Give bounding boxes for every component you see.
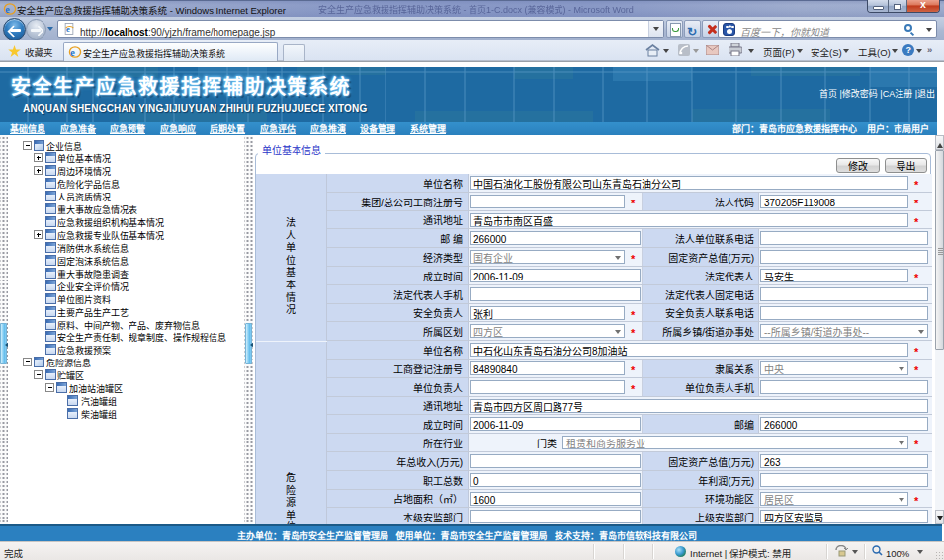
svg-text:e: e xyxy=(66,24,70,34)
svg-text:?: ? xyxy=(906,44,912,56)
svg-text:e: e xyxy=(5,4,10,15)
svg-text:e: e xyxy=(70,47,75,58)
